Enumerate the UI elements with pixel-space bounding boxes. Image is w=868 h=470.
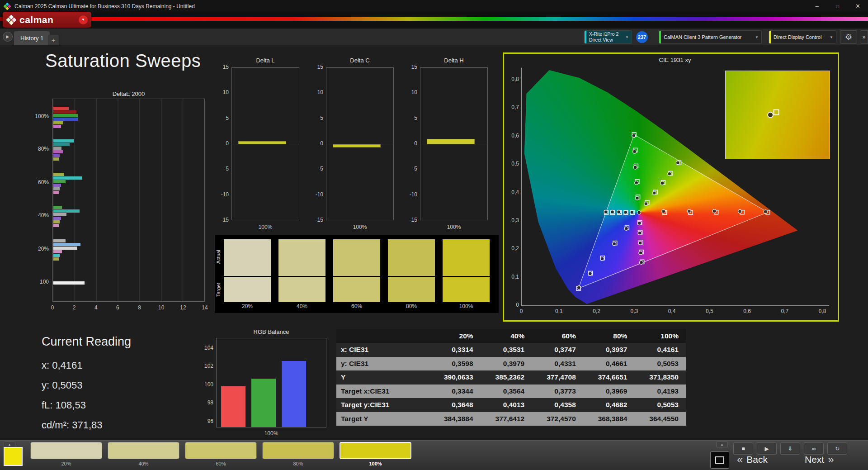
table-cell: 0,4358 xyxy=(532,401,583,409)
calman-diamond-icon xyxy=(6,15,16,25)
actual-swatch xyxy=(278,239,326,276)
table-cell: 0,5053 xyxy=(634,360,686,368)
actual-row-label: Actual xyxy=(216,238,222,276)
axis-tick-label: 10 xyxy=(212,89,229,95)
target-swatch xyxy=(278,277,326,302)
stop-button[interactable]: ■ xyxy=(733,442,753,455)
axis-tick-label: 0,6 xyxy=(504,133,519,139)
rgb-bar-red xyxy=(221,386,245,427)
axis-tick-label: 0,4 xyxy=(668,308,676,314)
display-panel-button[interactable] xyxy=(710,451,729,469)
table-cell: 0,3648 xyxy=(429,401,481,409)
link-button[interactable]: ∞ xyxy=(804,442,824,455)
tab-history-1[interactable]: History 1 xyxy=(14,31,50,45)
table-cell: 385,2362 xyxy=(481,373,532,381)
chart-title: Delta C xyxy=(326,57,394,64)
edge-chevron-icon[interactable]: » xyxy=(860,30,868,44)
axis-tick-label: 15 xyxy=(212,64,229,70)
axis-tick-label: 10 xyxy=(158,304,164,311)
delta-e-bar xyxy=(53,154,60,157)
patch-swatch xyxy=(340,442,411,459)
axis-tick-label: 5 xyxy=(401,115,417,121)
reading-value: y: 0,5053 xyxy=(42,375,103,395)
delta-e-bar xyxy=(53,121,63,124)
current-reading-title: Current Reading xyxy=(42,335,131,349)
row-label: x: CIE31 xyxy=(336,346,429,354)
minimize-button[interactable]: ─ xyxy=(807,0,827,12)
table-cell: 0,3531 xyxy=(481,346,532,354)
back-button[interactable]: « Back xyxy=(737,454,768,465)
zero-line xyxy=(232,144,299,144)
delta-e-bar xyxy=(53,114,78,117)
pattern-generator-button[interactable]: CalMAN Client 3 Pattern Generator ▼ xyxy=(659,30,762,44)
actual-swatch xyxy=(333,239,380,276)
patch-button-100[interactable]: 100% xyxy=(340,442,411,466)
maximize-button[interactable]: □ xyxy=(827,0,848,12)
table-cell: 0,3937 xyxy=(583,346,635,354)
axis-tick-label: 0,3 xyxy=(504,217,519,223)
display-control-button[interactable]: Direct Display Control ▼ xyxy=(769,30,836,44)
patch-button-80[interactable]: 80% xyxy=(262,442,334,466)
axis-label: 100% xyxy=(231,224,299,230)
row-label: y: CIE31 xyxy=(336,360,429,368)
axis-tick-label: 10 xyxy=(401,89,417,95)
axis-tick-label: 100% xyxy=(26,113,49,119)
column-header: 80% xyxy=(583,332,635,340)
table-row: y: CIE310,35980,39790,43310,46610,5053 xyxy=(336,357,686,371)
delta-e-bar xyxy=(53,184,61,187)
patch-label: 40% xyxy=(108,461,179,466)
patch-swatch xyxy=(262,442,334,459)
refresh-button[interactable]: ↻ xyxy=(827,442,847,455)
table-cell: 384,3884 xyxy=(429,415,481,423)
delta-e-bar xyxy=(53,107,69,110)
axis-tick-label: -15 xyxy=(401,217,417,223)
save-button[interactable]: ⇩ xyxy=(780,442,800,455)
axis-tick-label: 0,5 xyxy=(504,161,519,167)
patch-button-60[interactable]: 60% xyxy=(185,442,257,466)
delta-e-bar xyxy=(53,180,66,183)
axis-tick-label: 0,3 xyxy=(630,308,638,314)
table-cell: 0,4193 xyxy=(634,387,686,395)
target-point-marker xyxy=(773,109,779,115)
next-button[interactable]: Next » xyxy=(805,454,834,465)
delta-e-bar xyxy=(53,173,64,176)
calman-logo-menu[interactable]: calman ▼ xyxy=(3,12,91,28)
gear-icon[interactable]: ⚙ xyxy=(840,30,857,44)
axis-tick-label: 0,2 xyxy=(593,308,600,314)
delta-chart-y-axis: 151050-5-10-15 xyxy=(307,67,323,220)
axis-tick-label: 0,7 xyxy=(504,104,519,110)
reading-value: fL: 108,53 xyxy=(42,395,103,415)
axis-tick-label: 0,1 xyxy=(504,274,519,280)
transport-controls: ■▶⇩∞↻ xyxy=(733,442,847,455)
patch-label: 100% xyxy=(340,461,411,466)
patch-button-20[interactable]: 20% xyxy=(30,442,102,466)
target-swatch xyxy=(224,277,271,302)
zero-line xyxy=(326,144,393,144)
delta-e-bar xyxy=(53,213,66,216)
close-button[interactable]: ✕ xyxy=(848,0,868,12)
target-swatch xyxy=(333,277,380,302)
row-label: Target Y xyxy=(336,415,429,423)
meter-select-button[interactable]: X-Rite i1Pro 2 Direct View ▼ xyxy=(584,30,632,44)
patch-button-40[interactable]: 40% xyxy=(108,442,179,466)
delta-e-bar xyxy=(53,125,61,128)
axis-tick-label: 0,7 xyxy=(781,308,788,314)
patch-strip: 20%40%60%80%100% xyxy=(30,442,411,466)
axis-tick-label: 10 xyxy=(307,89,323,95)
reading-value: cd/m²: 371,83 xyxy=(42,415,103,435)
patch-label: 80% xyxy=(262,461,334,466)
collapse-right-icon[interactable]: ▲ xyxy=(716,442,728,447)
axis-tick-label: 20% xyxy=(26,246,49,252)
axis-tick-label: 0 xyxy=(51,304,54,311)
patch-label: 60% xyxy=(185,461,257,466)
axis-tick-label: 4 xyxy=(94,304,98,311)
actual-target-swatch-panel: Actual Target 20%40%60%80%100% xyxy=(215,235,499,313)
nav-arrow-icon[interactable]: ▶ xyxy=(3,32,13,42)
next-chevron-icon: » xyxy=(828,454,834,465)
play-button[interactable]: ▶ xyxy=(757,442,777,455)
chevron-down-icon: ▼ xyxy=(827,35,836,39)
chart-title: Delta H xyxy=(420,57,488,64)
table-cell: 0,3344 xyxy=(429,387,481,395)
add-tab-button[interactable]: + xyxy=(48,35,59,45)
meter-count-badge[interactable]: 237 xyxy=(636,31,648,43)
